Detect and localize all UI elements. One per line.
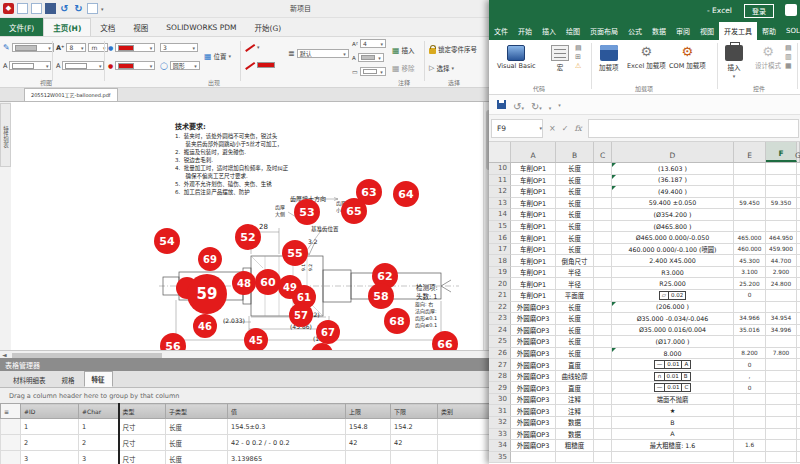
cell-B18[interactable]: 倒角尺寸 [556,255,594,267]
cell-E25[interactable] [734,336,766,348]
cell-C21[interactable] [594,290,612,302]
cell-B23[interactable]: 长度 [556,313,594,325]
cell-D29[interactable]: —0.01C [612,382,734,394]
cell-C16[interactable] [594,232,612,244]
cell-A12[interactable]: 车削OP1 [511,186,556,198]
cell-C30[interactable] [594,394,612,406]
cell-D32[interactable]: B [612,417,734,429]
cell-E15[interactable] [734,221,766,233]
excel-tab-7[interactable]: 数据 [647,22,671,40]
cell-A22[interactable]: 外圆磨OP3 [511,302,556,314]
enter-icon[interactable]: ✓ [562,124,569,133]
balloon-count-combo[interactable]: 3▾ [160,43,198,52]
cell-A10[interactable]: 车削OP1 [511,163,556,175]
cell-E31[interactable] [734,405,766,417]
column-header-A[interactable]: A [511,142,556,162]
cell-C23[interactable] [594,313,612,325]
balloon-59[interactable]: 59 [187,274,227,314]
row-number-28[interactable]: 28 [489,371,511,383]
cell-C17[interactable] [594,244,612,256]
undo-icon[interactable]: ↺ [59,3,70,14]
cell-F25[interactable] [766,336,797,348]
column-header-F[interactable]: F [766,142,797,162]
cell-B25[interactable]: 长度 [556,336,594,348]
excel-tab-1[interactable]: 文件 [489,22,513,40]
cell-A33[interactable]: 外圆磨OP3 [511,429,556,441]
sign-in-button[interactable]: 登录 [744,4,774,18]
cell-B24[interactable]: 长度 [556,325,594,337]
cell-A17[interactable]: 车削OP1 [511,244,556,256]
cell-C22[interactable] [594,302,612,314]
cell[interactable]: 尺寸 [119,451,166,464]
balloon-55[interactable]: 55 [282,240,308,266]
cell[interactable]: 42 - 0 0.2 / - 0 0.2 [228,435,346,451]
controls-small-buttons[interactable]: ▤ ▥ ▦ [785,44,792,70]
document-tab[interactable]: 205512W001工艺-ballooned.pdf [24,88,118,101]
relative-ref-icon[interactable]: ⊞ [575,53,582,61]
balloon-68[interactable]: 68 [384,308,410,334]
new-document-icon[interactable] [17,3,28,14]
menu-tab-2[interactable]: 主页(H) [43,18,91,36]
cell[interactable]: 3 [79,451,119,464]
cell-B20[interactable]: 半径 [556,278,594,290]
note-size-combo[interactable]: 4▾ [360,39,386,48]
cell-F19[interactable]: 2.900 [766,267,797,279]
cell-E28[interactable]: , [734,371,766,383]
cell-D20[interactable]: R25.000 [612,278,734,290]
row-number-12[interactable]: 12 [489,186,511,198]
row-number-10[interactable]: 10 [489,163,511,175]
formula-input[interactable] [588,119,799,138]
cell[interactable]: 2 [21,435,79,451]
cell-E18[interactable]: 45.300 [734,255,766,267]
cell-C24[interactable] [594,325,612,337]
row-number-26[interactable]: 26 [489,348,511,360]
cell-F30[interactable] [766,394,797,406]
cell-E22[interactable] [734,302,766,314]
cell-C12[interactable] [594,186,612,198]
excel-tab-9[interactable]: 视图 [695,22,719,40]
cell-C13[interactable] [594,198,612,210]
fx-icon[interactable]: fx [574,124,581,133]
account-icon[interactable] [785,4,797,16]
unit-combo[interactable]: m▾ [88,43,108,52]
excel-tab-8[interactable]: 审阅 [671,22,695,40]
cell-F21[interactable] [766,290,797,302]
cell-D13[interactable]: 59.400 ±0.050 [612,198,734,210]
cell-C32[interactable] [594,417,612,429]
balloon-57[interactable]: 57 [289,303,313,327]
row-number-30[interactable]: 30 [489,394,511,406]
row-number-24[interactable]: 24 [489,325,511,337]
cell-F24[interactable]: 34.996 [766,325,797,337]
cell-D28[interactable]: ∩0.01B [612,371,734,383]
cell-D11[interactable]: (36.187 ) [612,175,734,187]
cell[interactable]: 42 [346,435,391,451]
menu-tab-6[interactable]: 开始(G) [246,18,291,36]
cell-E24[interactable]: 35.016 [734,325,766,337]
qat-customize-caret[interactable]: ▾ [558,102,561,108]
code-small-buttons[interactable]: ▤ ⊞ ⚠ [575,44,582,70]
cell-C29[interactable] [594,382,612,394]
row-number-22[interactable]: 22 [489,302,511,314]
cell-B16[interactable]: 长度 [556,232,594,244]
cell-F29[interactable] [766,382,797,394]
view-fill-combo[interactable]: ▾ [9,61,51,70]
cell-C15[interactable] [594,221,612,233]
column-header-1[interactable]: #ID [21,404,79,419]
cell-A14[interactable]: 车削OP1 [511,209,556,221]
cell-C27[interactable] [594,359,612,371]
redo-button[interactable]: ↻▾ [531,95,542,114]
insert-button[interactable]: ▦ 插入 [392,45,415,55]
cell-A13[interactable]: 车削OP1 [511,198,556,210]
cell[interactable]: 长度 [166,435,228,451]
cell-F15[interactable] [766,221,797,233]
row-number-33[interactable]: 33 [489,429,511,441]
excel-tab-4[interactable]: 绘图 [561,22,585,40]
row-number-19[interactable]: 19 [489,267,511,279]
cell-A24[interactable]: 外圆磨OP3 [511,325,556,337]
cell-F16[interactable]: 464.950 [766,232,797,244]
cell-E13[interactable]: 59.450 [734,198,766,210]
cell-F13[interactable]: 59.350 [766,198,797,210]
cell-F17[interactable]: 459.900 [766,244,797,256]
lock-balloon-button[interactable]: 锁定零件序号 [429,44,477,54]
cell-D14[interactable]: (Ø354.200 ) [612,209,734,221]
